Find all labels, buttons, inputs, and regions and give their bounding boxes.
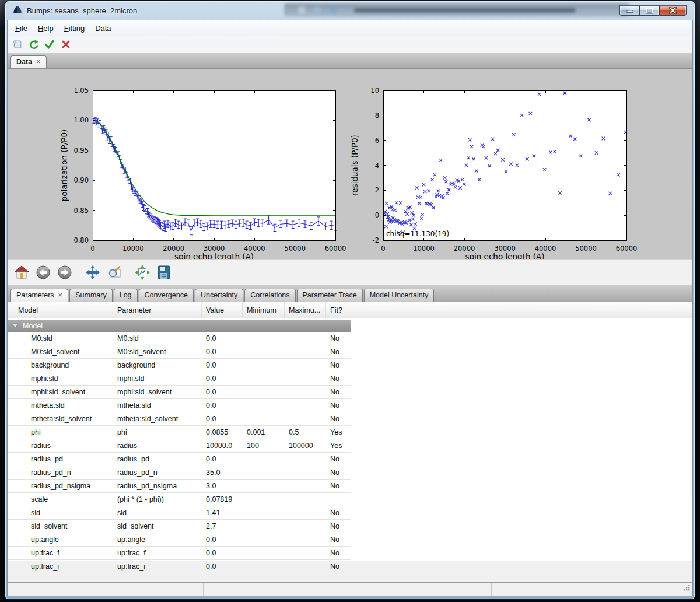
tab-data[interactable]: Data× — [10, 55, 47, 68]
zoom-icon — [107, 265, 122, 280]
table-row[interactable]: radius_pd_nradius_pd_n35.0No — [8, 466, 351, 480]
menu-item-data[interactable]: Data — [90, 22, 116, 35]
home-button[interactable] — [13, 264, 30, 281]
table-cell: 0.0 — [202, 455, 243, 463]
table-row[interactable]: radius_pd_nsigmaradius_pd_nsigma3.0No — [8, 480, 351, 493]
column-header-minimum[interactable]: Minimum — [243, 302, 285, 318]
subplots-icon — [135, 265, 150, 280]
maximize-button[interactable] — [639, 5, 659, 16]
svg-text:0.80: 0.80 — [74, 236, 89, 244]
table-row[interactable]: mphi:sld_solventmphi:sld_solvent0.0No — [8, 386, 351, 399]
table-row[interactable]: radius_pdradius_pd0.0No — [8, 453, 351, 466]
table-cell: background — [8, 361, 113, 369]
tab-correlations[interactable]: Correlations — [244, 289, 295, 302]
table-row[interactable]: mtheta:sld_solventmtheta:sld_solvent0.0N… — [8, 412, 351, 426]
menu-item-file[interactable]: File — [10, 22, 33, 35]
table-cell: 3.0 — [202, 482, 243, 490]
table-row[interactable]: phiphi0.08550.0010.5Yes — [8, 426, 351, 439]
tab-label: Correlations — [250, 291, 289, 299]
table-cell: radius_pd_nsigma — [8, 482, 113, 490]
table-row[interactable]: scale(phi * (1 - phi))0.07819 — [8, 493, 351, 506]
save-button[interactable] — [156, 264, 172, 281]
table-cell: radius_pd_n — [8, 468, 113, 477]
table-cell: mphi:sld — [8, 374, 113, 383]
tab-label: Summary — [75, 291, 106, 299]
table-row[interactable]: M0:sldM0:sld0.0No — [8, 332, 351, 345]
table-cell: 0.5 — [285, 428, 326, 436]
table-cell: 0.0 — [202, 549, 243, 557]
table-cell: mtheta:sld_solvent — [8, 415, 113, 423]
tab-convergence[interactable]: Convergence — [139, 289, 194, 302]
table-row[interactable]: sldsld1.41No — [8, 506, 351, 520]
model-group-row[interactable]: Model — [8, 320, 351, 332]
table-row[interactable]: radiusradius10000.0100100000Yes — [8, 439, 351, 453]
table-row[interactable]: mtheta:sldmtheta:sld0.0No — [8, 399, 351, 412]
svg-text:0: 0 — [90, 244, 94, 253]
column-header-model[interactable]: Model — [8, 302, 113, 318]
table-row[interactable]: mphi:sldmphi:sld0.0No — [8, 372, 351, 386]
zoom-button[interactable] — [106, 264, 123, 281]
cross-icon — [61, 39, 71, 50]
table-cell: phi — [113, 428, 202, 436]
table-cell: 2.7 — [202, 522, 243, 530]
svg-text:30000: 30000 — [204, 244, 225, 253]
svg-text:20000: 20000 — [163, 244, 184, 253]
column-header-parameter[interactable]: Parameter — [113, 302, 202, 318]
table-cell: sld — [8, 509, 113, 517]
log-button[interactable] — [10, 37, 24, 51]
table-cell: 0.0 — [202, 388, 243, 396]
tab-uncertainty[interactable]: Uncertainty — [195, 289, 243, 302]
table-row[interactable]: backgroundbackground0.0No — [8, 359, 351, 372]
table-cell: radius_pd_nsigma — [113, 482, 202, 490]
status-cell — [587, 583, 692, 596]
stop-button[interactable] — [59, 37, 73, 51]
resize-grip[interactable] — [683, 583, 691, 594]
start-fit-button[interactable] — [26, 37, 40, 51]
tab-model-uncertainty[interactable]: Model Uncertainty — [364, 289, 435, 302]
tab-parameter-trace[interactable]: Parameter Trace — [297, 289, 363, 302]
column-header-maximu[interactable]: Maximu... — [285, 302, 326, 318]
back-button[interactable] — [35, 264, 51, 281]
table-row[interactable]: up:angleup:angle0.0No — [8, 533, 351, 547]
table-cell: 0.0 — [202, 562, 243, 570]
tab-parameters[interactable]: Parameters× — [10, 289, 68, 302]
tab-summary[interactable]: Summary — [69, 289, 112, 302]
table-cell: No — [326, 374, 351, 383]
table-row[interactable]: M0:sld_solventM0:sld_solvent0.0No — [8, 345, 351, 359]
forward-button[interactable] — [57, 264, 73, 281]
pan-icon — [85, 265, 100, 280]
tab-log[interactable]: Log — [114, 289, 138, 302]
tab-close-icon[interactable]: × — [36, 59, 41, 65]
svg-text:0: 0 — [375, 211, 379, 219]
tab-label: Parameters — [16, 291, 54, 299]
table-cell: 0.0855 — [202, 428, 243, 436]
plots-canvas[interactable]: 01000020000300004000050000600000.800.850… — [8, 69, 692, 259]
minimize-button[interactable] — [620, 5, 639, 16]
mpl-toolbar — [8, 259, 692, 285]
menu-item-fitting[interactable]: Fitting — [59, 22, 90, 35]
check-icon — [44, 39, 55, 50]
accept-button[interactable] — [43, 37, 57, 51]
subplots-button[interactable] — [134, 264, 150, 281]
svg-text:10: 10 — [370, 86, 379, 94]
close-button[interactable] — [659, 5, 687, 16]
table-cell: radius — [8, 442, 113, 450]
title-bar[interactable]: Bumps: sesans_sphere_2micron — [5, 1, 695, 20]
menu-item-help[interactable]: Help — [33, 22, 59, 35]
table-row[interactable]: up:frac_iup:frac_i0.0No — [8, 560, 351, 573]
table-cell: 0.0 — [202, 374, 243, 383]
tab-close-icon[interactable]: × — [58, 292, 63, 298]
svg-text:0: 0 — [381, 244, 385, 253]
column-header-fit[interactable]: Fit? — [326, 302, 351, 318]
status-cell — [204, 583, 492, 596]
table-cell: 0.0 — [202, 401, 243, 410]
table-row[interactable]: up:frac_fup:frac_f0.0No — [8, 547, 351, 560]
table-cell: M0:sld_solvent — [8, 348, 113, 356]
svg-text:0.90: 0.90 — [74, 176, 89, 184]
table-row[interactable]: sld_solventsld_solvent2.7No — [8, 520, 351, 533]
column-header-value[interactable]: Value — [202, 302, 243, 318]
tab-label: Data — [16, 58, 32, 66]
svg-text:residuals (P/P0): residuals (P/P0) — [350, 135, 359, 196]
home-icon — [14, 265, 29, 280]
pan-button[interactable] — [85, 264, 101, 281]
